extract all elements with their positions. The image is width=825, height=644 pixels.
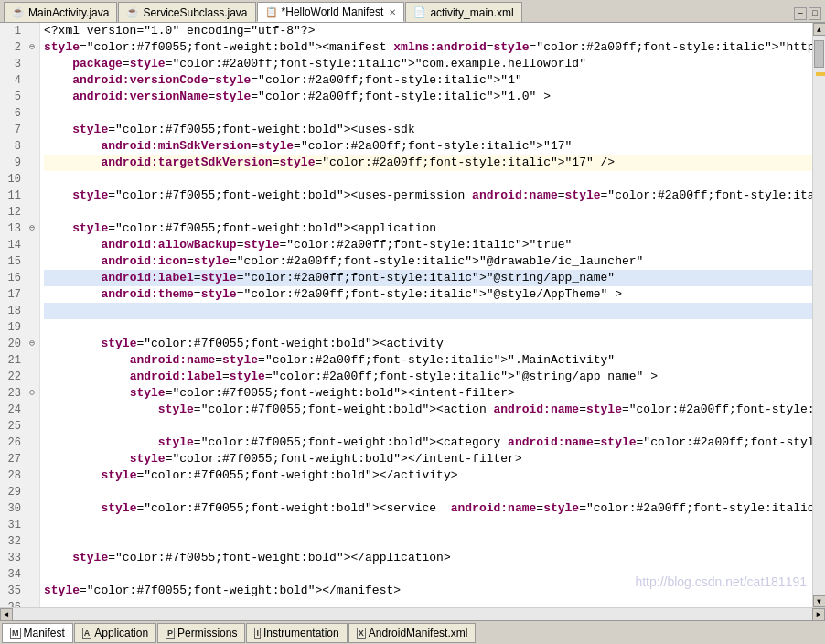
tab-manifest[interactable]: 📋*HelloWorld Manifest✕	[257, 2, 405, 22]
fold-marker-23[interactable]: ⊖	[29, 385, 35, 402]
scroll-track[interactable]	[813, 36, 825, 595]
vertical-scrollbar[interactable]: ▲ ▼	[812, 23, 825, 607]
code-content-2: style="color:#7f0055;font-weight:bold"><…	[44, 39, 812, 56]
scroll-left-button[interactable]: ◄	[0, 608, 13, 621]
code-line-17: android:theme=style="color:#2a00ff;font-…	[44, 286, 812, 303]
line-number-2: 2	[5, 39, 21, 56]
line-number-29: 29	[5, 484, 21, 500]
bt-manifest-letter: M	[10, 628, 21, 639]
scroll-up-button[interactable]: ▲	[813, 23, 826, 36]
minimize-button[interactable]: —	[794, 7, 807, 20]
code-content-29	[44, 484, 51, 500]
code-line-26: style="color:#7f0055;font-weight:bold"><…	[44, 435, 812, 451]
code-line-14: android:allowBackup=style="color:#2a00ff…	[44, 237, 812, 253]
tab-service[interactable]: ☕ServiceSubclass.java	[118, 2, 255, 22]
bt-instrumentation[interactable]: IInstrumentation	[246, 623, 347, 643]
code-line-20: style="color:#7f0055;font-weight:bold"><…	[44, 336, 812, 352]
gutter-row-3	[27, 56, 39, 72]
scroll-thumb[interactable]	[814, 40, 824, 68]
gutter-row-21	[27, 352, 39, 369]
line-number-27: 27	[5, 451, 21, 467]
gutter-row-33	[27, 550, 39, 566]
bt-permissions[interactable]: PPermissions	[157, 623, 245, 643]
code-content-25	[44, 418, 51, 435]
tab-activity-label: activity_main.xml	[430, 6, 513, 19]
bt-application[interactable]: AApplication	[74, 623, 156, 643]
line-number-12: 12	[5, 204, 21, 220]
gutter-row-10	[27, 171, 39, 188]
code-line-3: package=style="color:#2a00ff;font-style:…	[44, 56, 812, 72]
tab-manifest-label: *HelloWorld Manifest	[282, 5, 384, 18]
code-area[interactable]: <?xml version="1.0" encoding="utf-8"?>st…	[40, 23, 812, 607]
code-line-30: style="color:#7f0055;font-weight:bold"><…	[44, 500, 812, 517]
code-line-13: style="color:#7f0055;font-weight:bold"><…	[44, 220, 812, 237]
line-numbers: 1234567891011121314151617181920212223242…	[0, 23, 27, 607]
code-content-32	[44, 533, 51, 550]
gutter-row-30	[27, 500, 39, 517]
line-number-20: 20	[5, 336, 21, 352]
gutter-row-2: ⊖	[27, 39, 39, 56]
fold-marker-2[interactable]: ⊖	[29, 39, 35, 56]
line-number-6: 6	[5, 105, 21, 122]
gutter-row-15	[27, 253, 39, 270]
code-content-1: <?xml version="1.0" encoding="utf-8"?>	[44, 23, 315, 39]
bt-manifest-label: Manifest	[24, 627, 65, 639]
gutter-row-29	[27, 484, 39, 500]
code-content-12	[44, 204, 51, 220]
code-content-20: style="color:#7f0055;font-weight:bold"><…	[44, 336, 444, 352]
gutter-row-1	[27, 23, 39, 39]
code-line-27: style="color:#7f0055;font-weight:bold"><…	[44, 451, 812, 467]
gutter-row-7	[27, 122, 39, 138]
line-number-11: 11	[5, 188, 21, 204]
bottom-tab-bar: MManifestAApplicationPPermissionsIInstru…	[0, 620, 825, 644]
tab-manifest-close[interactable]: ✕	[389, 7, 396, 17]
line-number-36: 36	[5, 599, 21, 607]
line-number-8: 8	[5, 138, 21, 155]
h-scroll-track[interactable]	[13, 608, 812, 620]
gutter-row-19	[27, 319, 39, 336]
gutter-row-14	[27, 237, 39, 253]
gutter-row-9	[27, 155, 39, 171]
bt-manifest[interactable]: MManifest	[2, 623, 73, 643]
line-number-33: 33	[5, 550, 21, 566]
tab-main[interactable]: ☕MainActivity.java	[4, 2, 117, 22]
gutter-row-20: ⊖	[27, 336, 39, 352]
bt-instrumentation-label: Instrumentation	[263, 627, 339, 639]
line-number-17: 17	[5, 286, 21, 303]
code-content-6	[44, 105, 51, 122]
code-line-22: android:label=style="color:#2a00ff;font-…	[44, 369, 812, 385]
tab-activity[interactable]: 📄activity_main.xml	[405, 2, 521, 22]
tab-main-icon: ☕	[12, 6, 25, 18]
gutter-row-36	[27, 599, 39, 607]
code-content-28: style="color:#7f0055;font-weight:bold"><…	[44, 467, 458, 484]
tab-activity-icon: 📄	[413, 6, 426, 18]
line-number-19: 19	[5, 319, 21, 336]
fold-marker-13[interactable]: ⊖	[29, 220, 35, 237]
warning-marker	[816, 72, 825, 76]
fold-marker-20[interactable]: ⊖	[29, 336, 35, 352]
code-content-8: android:minSdkVersion=style="color:#2a00…	[44, 138, 572, 155]
code-content-19	[44, 319, 51, 336]
bt-permissions-label: Permissions	[177, 627, 237, 639]
bt-application-letter: A	[82, 628, 92, 639]
code-content-4: android:versionCode=style="color:#2a00ff…	[44, 72, 522, 89]
line-number-28: 28	[5, 467, 21, 484]
gutter-row-4	[27, 72, 39, 89]
scroll-right-button[interactable]: ►	[812, 608, 825, 621]
code-content-22: android:label=style="color:#2a00ff;font-…	[44, 369, 658, 385]
code-line-18	[44, 303, 812, 319]
line-number-26: 26	[5, 435, 21, 451]
gutter-row-22	[27, 369, 39, 385]
bt-application-label: Application	[94, 627, 148, 639]
maximize-button[interactable]: □	[809, 7, 821, 20]
line-number-16: 16	[5, 270, 21, 286]
bt-androidmanifest[interactable]: XAndroidManifest.xml	[348, 623, 477, 643]
scroll-down-button[interactable]: ▼	[813, 595, 826, 607]
code-content-26: style="color:#7f0055;font-weight:bold"><…	[44, 435, 812, 451]
line-number-4: 4	[5, 72, 21, 89]
tab-main-label: MainActivity.java	[28, 6, 109, 19]
horizontal-scrollbar[interactable]: ◄ ►	[0, 607, 825, 620]
code-line-15: android:icon=style="color:#2a00ff;font-s…	[44, 253, 812, 270]
editor-container: 1234567891011121314151617181920212223242…	[0, 23, 825, 607]
code-line-5: android:versionName=style="color:#2a00ff…	[44, 89, 812, 105]
